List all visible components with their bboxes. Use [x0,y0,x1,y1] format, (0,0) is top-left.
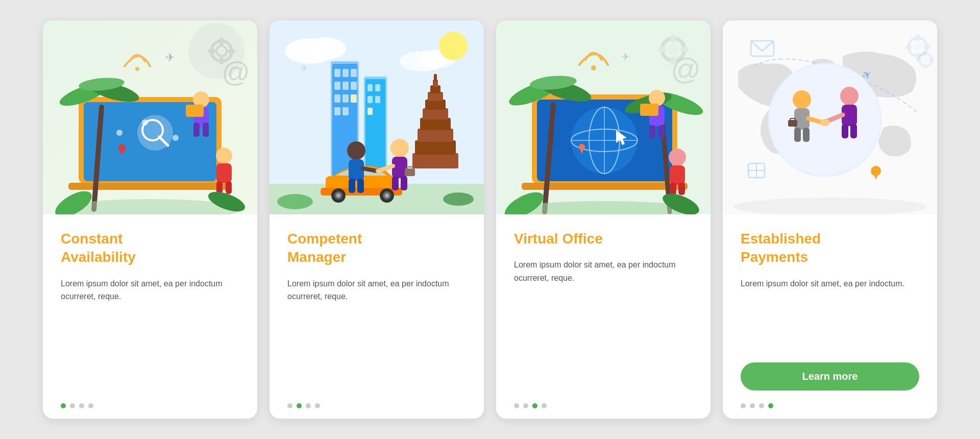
card2-illustration: ✈ [270,20,484,214]
card1-svg: @ [43,20,257,214]
card3-dot-1[interactable] [514,403,519,408]
svg-text:✈: ✈ [300,63,308,74]
card3-svg: @ [496,20,710,214]
card3-dots [514,403,547,408]
svg-rect-51 [351,82,357,90]
svg-rect-48 [351,69,357,77]
card2-content: Competent Manager Lorem ipsum dolor sit … [270,214,484,419]
svg-point-140 [913,42,922,52]
svg-rect-125 [649,125,655,138]
svg-point-14 [173,135,179,141]
svg-point-106 [591,65,596,70]
card1-illustration: @ [43,20,257,214]
card4-description: Lorem ipsum dolor sit amet, ea per indoc… [741,277,904,290]
svg-rect-85 [349,179,355,193]
svg-rect-46 [334,69,340,77]
card2-description: Lorem ipsum dolor sit amet, ea per indoc… [287,277,466,303]
card2-svg: ✈ [270,20,484,214]
svg-rect-90 [392,176,399,190]
card3-dot-3[interactable] [532,403,537,408]
svg-rect-73 [434,74,437,81]
svg-rect-52 [334,94,340,103]
card4-title: Established Payments [741,230,821,267]
svg-rect-27 [186,105,204,117]
svg-point-43 [439,32,468,60]
svg-rect-147 [924,51,927,56]
svg-rect-60 [375,84,380,91]
card3-title: Virtual Office [514,230,603,248]
svg-rect-5 [208,49,215,53]
card1-dot-2[interactable] [70,403,75,408]
card3-illustration: @ [496,20,710,214]
svg-rect-131 [678,183,685,195]
card4-dot-4[interactable] [768,403,773,408]
svg-rect-156 [794,128,801,142]
card2-dot-1[interactable] [287,403,292,408]
card2-dot-2[interactable] [297,403,302,408]
svg-rect-164 [850,124,857,138]
card1-dot-1[interactable] [61,403,66,408]
svg-rect-65 [415,140,456,155]
svg-rect-67 [420,118,451,130]
svg-rect-26 [203,123,209,137]
svg-text:✈: ✈ [621,51,630,62]
learn-more-button[interactable]: Learn more [741,362,919,391]
card4-illustration: ✈ [723,20,937,214]
svg-rect-3 [219,38,224,45]
card4-dot-3[interactable] [759,403,764,408]
svg-point-96 [443,192,474,206]
card1-content: Constant Availability Lorem ipsum dolor … [43,214,257,419]
card4-dots [741,403,773,408]
svg-rect-53 [342,94,349,103]
card1-dots [61,403,93,408]
card3-content: Virtual Office Lorem ipsum dolor sit ame… [496,214,710,419]
svg-rect-59 [368,84,373,91]
svg-point-83 [347,141,365,160]
svg-rect-143 [905,45,912,49]
svg-point-161 [840,87,859,105]
card4-svg: ✈ [723,20,937,214]
svg-point-154 [793,90,811,109]
svg-rect-149 [917,58,921,61]
card4-dot-2[interactable] [750,403,755,408]
card-established-payments: ✈ [723,20,937,419]
svg-point-12 [116,130,122,136]
svg-rect-63 [368,108,373,115]
svg-rect-64 [412,153,458,168]
svg-rect-130 [670,183,676,195]
card-constant-availability: @ [43,20,257,419]
svg-point-146 [922,57,928,63]
svg-rect-104 [680,47,689,52]
svg-rect-144 [924,45,930,49]
card2-title: Competent Manager [287,230,362,267]
svg-point-79 [336,193,340,198]
card1-dot-4[interactable] [88,403,93,408]
card3-dot-4[interactable] [542,403,547,408]
svg-point-88 [390,139,409,157]
card2-dot-4[interactable] [315,403,320,408]
svg-point-28 [216,148,232,164]
svg-point-40 [305,37,346,60]
svg-rect-91 [401,176,407,190]
card3-dot-2[interactable] [523,403,528,408]
card1-dot-3[interactable] [79,403,84,408]
svg-point-166 [820,119,830,126]
svg-rect-68 [423,108,448,119]
svg-rect-58 [365,79,385,176]
card2-dot-3[interactable] [306,403,311,408]
svg-text:✈: ✈ [165,51,175,64]
svg-rect-101 [671,34,676,42]
svg-rect-6 [228,49,235,53]
svg-rect-163 [842,124,848,138]
svg-point-8 [135,67,139,71]
svg-point-128 [669,149,686,166]
svg-rect-50 [342,82,349,90]
card-competent-manager: ✈ Competent Manager Lorem ipsum dolor si… [270,20,484,419]
card-virtual-office: @ [496,20,710,419]
card1-description: Lorem ipsum dolor sit amet, ea per indoc… [61,277,239,303]
card4-dot-1[interactable] [741,403,746,408]
svg-text:@: @ [671,52,701,85]
svg-line-87 [363,168,377,171]
svg-rect-66 [418,129,453,142]
svg-rect-127 [640,104,658,116]
